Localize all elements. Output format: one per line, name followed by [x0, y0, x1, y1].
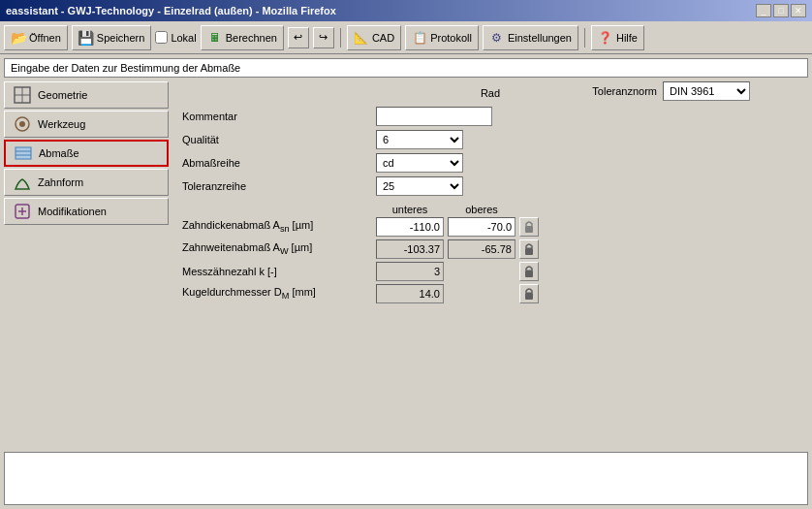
cad-icon: 📐	[354, 30, 369, 46]
zahndicken-unteres-input[interactable]	[376, 217, 444, 237]
undo-button[interactable]: ↩	[288, 27, 309, 48]
sidebar-label-zahnform: Zahnform	[38, 176, 83, 188]
kugel-label: Kugeldurchmesser DM [mm]	[182, 286, 376, 301]
content-area: Eingabe der Daten zur Bestimmung der Abm…	[0, 54, 812, 509]
close-button[interactable]: ✕	[791, 4, 806, 17]
header-unteres: unteres	[376, 204, 444, 215]
sidebar-item-abmasse[interactable]: Abmaße	[4, 140, 169, 167]
svg-rect-16	[525, 293, 533, 300]
minimize-button[interactable]: _	[756, 4, 771, 17]
header-oberes: oberes	[448, 204, 515, 215]
toolbar: 📂 Öffnen 💾 Speichern Lokal 🖩 Berechnen ↩…	[0, 21, 812, 54]
kommentar-row: Kommentar	[182, 107, 798, 126]
geometry-icon	[13, 85, 32, 105]
zahndicken-oberes-input[interactable]	[448, 217, 515, 237]
instruction-bar: Eingabe der Daten zur Bestimmung der Abm…	[4, 58, 808, 78]
open-button[interactable]: 📂 Öffnen	[4, 25, 68, 50]
window-controls[interactable]: _ □ ✕	[756, 4, 806, 17]
svg-rect-13	[526, 248, 532, 249]
zahndicken-row: Zahndickenabmaß Asn [µm]	[182, 217, 798, 237]
zahnweiten-label: Zahnweitenabmaß AW [µm]	[182, 241, 376, 256]
tool-icon	[13, 114, 32, 134]
help-button[interactable]: ❓ Hilfe	[591, 25, 644, 50]
toleranzreihe-select[interactable]: 252030	[376, 176, 463, 196]
folder-icon: 📂	[11, 30, 26, 46]
sidebar-item-modifikationen[interactable]: Modifikationen	[4, 198, 169, 225]
sidebar-item-geometrie[interactable]: Geometrie	[4, 81, 169, 109]
settings-icon: ⚙	[489, 30, 505, 46]
calc-button[interactable]: 🖩 Berechnen	[201, 25, 284, 50]
help-icon: ❓	[598, 30, 613, 46]
toleranznorm-area: Toleranznorm DIN 3961 DIN 3962 ISO 1328	[592, 81, 750, 101]
zahnweiten-unteres-input[interactable]	[376, 239, 444, 259]
local-checkbox-group: Lokal	[155, 31, 196, 44]
separator-2	[584, 28, 585, 48]
svg-rect-11	[525, 226, 533, 233]
settings-button[interactable]: ⚙ Einstellungen	[483, 25, 578, 50]
column-headers: unteres oberes	[182, 204, 798, 215]
save-icon: 💾	[78, 30, 94, 46]
svg-rect-5	[16, 147, 31, 159]
svg-rect-12	[525, 248, 533, 255]
abmassreihe-label: Abmaßreihe	[182, 157, 376, 169]
toleranzreihe-label: Toleranzreihe	[182, 180, 376, 192]
svg-rect-14	[525, 270, 533, 277]
messzaehne-value-input[interactable]	[376, 262, 444, 281]
save-button[interactable]: 💾 Speichern	[72, 25, 152, 50]
title-bar: eassistant - GWJ-Technology - Einzelrad …	[0, 0, 812, 21]
abmassreihe-select[interactable]: cdcdefgh	[376, 153, 463, 173]
toleranzreihe-row: Toleranzreihe 252030	[182, 176, 798, 196]
abmassreihe-row: Abmaßreihe cdcdefgh	[182, 153, 798, 173]
sidebar-label-modifikationen: Modifikationen	[38, 206, 107, 217]
zahnweiten-row: Zahnweitenabmaß AW [µm]	[182, 239, 798, 259]
window-title: eassistant - GWJ-Technology - Einzelrad …	[6, 5, 336, 16]
qualitaet-select[interactable]: 6578	[376, 130, 463, 149]
cad-button[interactable]: 📐 CAD	[347, 25, 401, 50]
kommentar-input[interactable]	[376, 107, 492, 126]
zahnweiten-oberes-input[interactable]	[448, 239, 515, 259]
sidebar-label-geometrie: Geometrie	[38, 89, 87, 101]
svg-rect-15	[526, 270, 532, 271]
svg-point-4	[19, 121, 25, 127]
calc-icon: 🖩	[207, 30, 223, 46]
messzaehne-label: Messzähnezahl k [-]	[182, 266, 376, 277]
modif-icon	[13, 202, 32, 221]
main-panel: Toleranznorm DIN 3961 DIN 3962 ISO 1328 …	[172, 81, 808, 448]
kugel-value-input[interactable]	[376, 284, 444, 303]
messzaehne-row: Messzähnezahl k [-]	[182, 262, 798, 281]
sidebar: Geometrie Werkzeug Abmaße Zahnform	[4, 81, 169, 448]
local-checkbox[interactable]	[155, 31, 168, 44]
toleranznorm-select[interactable]: DIN 3961 DIN 3962 ISO 1328	[663, 81, 750, 101]
zahnform-icon	[13, 173, 32, 192]
maximize-button[interactable]: □	[773, 4, 789, 17]
bottom-panel	[4, 452, 808, 505]
qualitaet-label: Qualität	[182, 134, 376, 145]
abmass-icon	[14, 143, 33, 163]
kugel-row: Kugeldurchmesser DM [mm]	[182, 284, 798, 303]
zahnweiten-lock-button[interactable]	[519, 239, 539, 259]
main-layout: Geometrie Werkzeug Abmaße Zahnform	[4, 81, 808, 448]
messzaehne-lock-button[interactable]	[519, 262, 539, 281]
qualitaet-row: Qualität 6578	[182, 130, 798, 149]
toleranznorm-label: Toleranznorm	[592, 85, 657, 97]
zahndicken-label: Zahndickenabmaß Asn [µm]	[182, 219, 376, 234]
sidebar-label-werkzeug: Werkzeug	[38, 118, 85, 130]
sidebar-item-werkzeug[interactable]: Werkzeug	[4, 111, 169, 138]
kommentar-label: Kommentar	[182, 111, 376, 122]
kugel-lock-button[interactable]	[519, 284, 539, 303]
separator-1	[340, 28, 341, 48]
zahndicken-lock-button[interactable]	[519, 217, 539, 237]
sidebar-label-abmasse: Abmaße	[39, 147, 79, 159]
protocol-icon: 📋	[412, 30, 427, 46]
redo-button[interactable]: ↪	[313, 27, 334, 48]
protocol-button[interactable]: 📋 Protokoll	[405, 25, 479, 50]
svg-rect-17	[526, 293, 532, 294]
sidebar-item-zahnform[interactable]: Zahnform	[4, 169, 169, 196]
